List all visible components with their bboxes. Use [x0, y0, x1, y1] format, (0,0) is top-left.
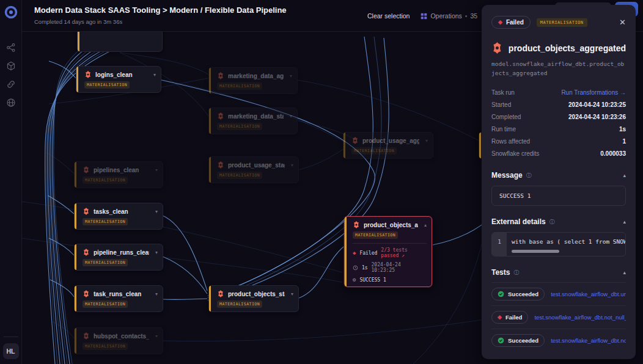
app-logo[interactable]	[4, 5, 18, 20]
node-runtime-row: 1s2024-04-24 10:23:25	[353, 262, 427, 273]
node-pipelines_clean[interactable]: pipelines_clean▾MATERIALISATION	[74, 161, 163, 188]
chevron-down-icon[interactable]: ▾	[288, 162, 293, 168]
detail-label: Rows affected	[491, 138, 530, 145]
external-details-header-label: External details	[491, 217, 546, 226]
integrations-cube-icon[interactable]	[6, 61, 16, 71]
test-link[interactable]: test.snowflake_airflow_dbt.not_null_pr	[551, 337, 626, 344]
node-marketing_data_aggregated[interactable]: marketing_data_aggregated▾MATERIALISATIO…	[208, 67, 298, 94]
chevron-down-icon[interactable]: ▾	[287, 73, 292, 79]
chevron-down-icon[interactable]: ▾	[153, 291, 158, 297]
node-type-badge: MATERIALISATION	[83, 300, 128, 308]
node-hubspot_contacts_clean[interactable]: hubspot_contacts_clean▾MATERIALISATION	[74, 327, 163, 354]
failed-diamond-icon: ◆	[353, 250, 356, 256]
clock-icon	[353, 265, 358, 271]
horizontal-scrollbar[interactable]	[512, 250, 559, 253]
dbt-icon	[83, 332, 90, 340]
collapse-icon[interactable]: ▴	[623, 269, 626, 275]
tests-passed-link[interactable]: 2/3 tests passed ↗	[381, 247, 427, 258]
check-circle-icon	[498, 291, 504, 297]
user-avatar[interactable]: HL	[3, 343, 19, 359]
chevron-down-icon[interactable]: ▾	[287, 114, 292, 119]
node-label: product_objects_aggregated	[364, 222, 418, 228]
detail-label: Run time	[491, 126, 516, 133]
node-message: SUCCESS 1	[359, 277, 386, 283]
clear-selection-button[interactable]: Clear selection	[367, 12, 410, 20]
info-icon[interactable]: ⓘ	[513, 269, 519, 277]
failed-diamond-icon: ◆	[498, 315, 502, 320]
node-duration: 1s	[362, 265, 368, 271]
message-section-header: Message ⓘ ▴	[491, 171, 626, 180]
test-status-badge: Succeeded	[491, 334, 545, 347]
chevron-down-icon[interactable]: ▾	[153, 209, 158, 214]
detail-label: Task run	[491, 89, 515, 96]
test-link[interactable]: test.snowflake_airflow_dbt.not_null_pr	[534, 314, 626, 321]
dbt-icon	[217, 72, 224, 79]
test-status-badge: ◆Failed	[491, 311, 528, 324]
task-run-link[interactable]: Run Transformations →	[561, 89, 626, 96]
chevron-down-icon[interactable]: ▾	[423, 138, 428, 144]
details-list: Task runRun Transformations →Started2024…	[491, 86, 626, 159]
app-sidebar: HL	[0, 0, 22, 364]
code-line-number: 1	[492, 233, 507, 256]
node-tasks_clean[interactable]: tasks_clean▾MATERIALISATION	[74, 203, 163, 230]
node-label: task_runs_clean	[94, 291, 141, 297]
node-label: hubspot_contacts_clean	[94, 333, 149, 340]
pipeline-graph-icon[interactable]	[6, 43, 16, 53]
dbt-icon	[217, 161, 224, 169]
chevron-down-icon[interactable]: ▾	[153, 167, 158, 173]
detail-label: Started	[491, 101, 511, 108]
close-icon[interactable]: ✕	[619, 18, 626, 27]
tests-list: Succeededtest.snowflake_airflow_dbt.uniq…	[491, 283, 626, 352]
collapse-icon[interactable]: ▴	[623, 219, 626, 225]
detail-label: Snowflake credits	[491, 150, 539, 157]
chevron-up-icon[interactable]: ▴	[422, 222, 427, 228]
node-type-badge: MATERIALISATION	[83, 177, 128, 184]
detail-row: Task runRun Transformations →	[491, 86, 626, 98]
node-task_runs_clean[interactable]: task_runs_clean▾MATERIALISATION	[74, 285, 163, 312]
info-icon[interactable]: ⓘ	[526, 172, 532, 180]
check-circle-icon	[498, 337, 504, 344]
detail-value: 1	[622, 138, 626, 145]
detail-row: Run time1s	[491, 123, 626, 135]
collapse-icon[interactable]: ▴	[623, 172, 626, 178]
node-pipeline_runs_clean[interactable]: pipeline_runs_clean▾MATERIALISATION	[74, 244, 163, 271]
chevron-down-icon[interactable]: ▾	[151, 72, 156, 78]
tests-header-label: Tests	[491, 268, 510, 277]
dbt-icon	[351, 137, 359, 144]
detail-row: Rows affected1	[491, 135, 626, 147]
info-icon[interactable]: ⓘ	[549, 218, 555, 226]
chevron-down-icon[interactable]: ▾	[153, 250, 158, 255]
chevron-down-icon[interactable]: ▾	[288, 291, 293, 297]
chevron-down-icon[interactable]: ▾	[153, 333, 158, 339]
node-marketing_data_staging[interactable]: marketing_data_staging▾MATERIALISATION	[208, 107, 298, 134]
node-product_objects_aggregated[interactable]: product_objects_aggregated▴MATERIALISATI…	[344, 216, 432, 287]
operations-filter-chip[interactable]: Operations • 35	[421, 12, 477, 20]
node-divider	[353, 243, 427, 244]
detail-value: 1s	[619, 126, 626, 133]
node-product_objects_staging[interactable]: product_objects_staging▾MATERIALISATION	[208, 285, 299, 312]
node-logins_clean[interactable]: logins_clean▾MATERIALISATION	[76, 66, 161, 93]
detail-label: Completed	[491, 114, 521, 120]
dbt-icon	[84, 71, 92, 78]
connections-link-icon[interactable]	[6, 79, 16, 89]
dbt-icon	[83, 249, 90, 256]
node-type-badge: MATERIALISATION	[83, 343, 128, 350]
node-label: marketing_data_staging	[228, 113, 284, 120]
node-product_usage_aggregated[interactable]: product_usage_aggregated▾MATERIALISATION	[343, 132, 433, 159]
dbt-icon	[83, 166, 90, 173]
node-message-row: ⚙SUCCESS 1	[353, 277, 427, 283]
environments-globe-icon[interactable]	[6, 98, 16, 107]
detail-value: 0.000033	[600, 150, 626, 157]
node-product_usage_staging[interactable]: product_usage_staging▾MATERIALISATION	[208, 156, 299, 183]
node-type-badge: MATERIALISATION	[351, 147, 397, 155]
test-status-badge: Succeeded	[491, 288, 545, 300]
tests-section-header: Tests ⓘ ▴	[491, 268, 626, 277]
node-type-badge: MATERIALISATION	[217, 82, 262, 90]
grid-icon	[421, 13, 427, 20]
node-status-label: Failed	[359, 250, 377, 256]
sidebar-divider	[4, 337, 18, 337]
run-status-subtitle: Completed 14 days ago in 3m 36s	[34, 18, 122, 25]
node-label: product_objects_staging	[228, 291, 285, 297]
node-label: tasks_clean	[94, 208, 128, 215]
test-link[interactable]: test.snowflake_airflow_dbt.unique_pro	[551, 291, 626, 297]
